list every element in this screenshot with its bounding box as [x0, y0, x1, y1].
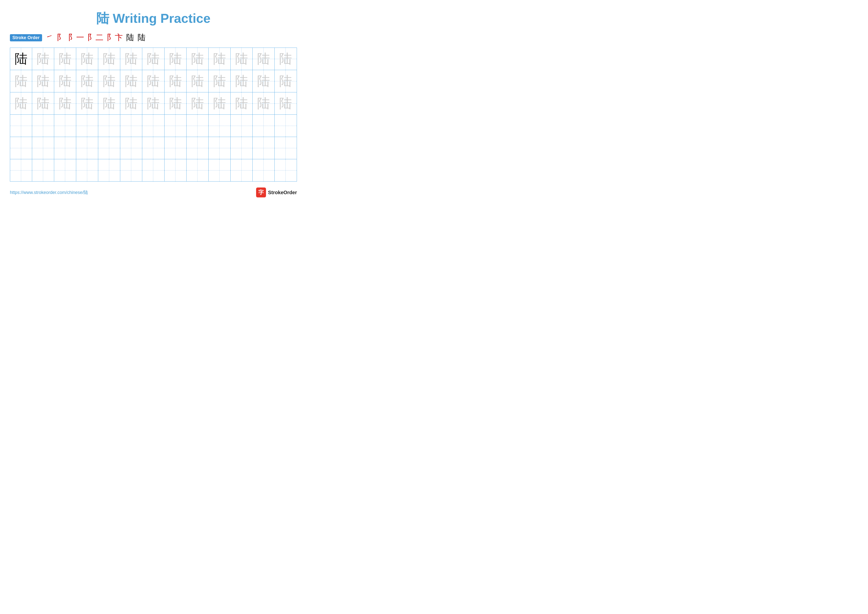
grid-cell-5-12[interactable] — [253, 137, 274, 159]
char-light: 陆 — [191, 97, 204, 110]
char-light: 陆 — [169, 53, 182, 65]
grid-cell-5-11[interactable] — [231, 137, 253, 159]
grid-cell-3-1: 陆 — [10, 92, 32, 114]
grid-cell-5-9[interactable] — [186, 137, 209, 159]
stroke-step-7: 陆 — [138, 32, 146, 43]
grid-cell-2-9: 陆 — [186, 70, 209, 92]
char-light: 陆 — [169, 97, 182, 110]
char-light: 陆 — [279, 97, 292, 110]
grid-cell-5-4[interactable] — [76, 137, 98, 159]
grid-cell-4-7[interactable] — [142, 115, 164, 137]
grid-cell-6-12[interactable] — [253, 159, 274, 181]
stroke-step-1: ㇀ — [45, 32, 53, 43]
grid-cell-5-13[interactable] — [274, 137, 297, 159]
stroke-step-3: 阝一 — [68, 32, 84, 43]
grid-cell-1-13: 陆 — [274, 48, 297, 70]
grid-cell-1-5: 陆 — [98, 48, 120, 70]
grid-cell-3-5: 陆 — [98, 92, 120, 114]
grid-cell-6-5[interactable] — [98, 159, 120, 181]
grid-cell-3-10: 陆 — [209, 92, 231, 114]
grid-cell-1-6: 陆 — [120, 48, 142, 70]
grid-cell-6-4[interactable] — [76, 159, 98, 181]
char-light: 陆 — [125, 75, 138, 88]
grid-cell-3-2: 陆 — [32, 92, 54, 114]
char-light: 陆 — [213, 75, 226, 88]
grid-cell-2-3: 陆 — [54, 70, 76, 92]
grid-cell-6-2[interactable] — [32, 159, 54, 181]
grid-cell-4-11[interactable] — [231, 115, 253, 137]
grid-cell-4-9[interactable] — [186, 115, 209, 137]
grid-cell-1-4: 陆 — [76, 48, 98, 70]
grid-cell-1-7: 陆 — [142, 48, 164, 70]
char-light: 陆 — [213, 53, 226, 65]
grid-cell-4-2[interactable] — [32, 115, 54, 137]
grid-cell-5-10[interactable] — [209, 137, 231, 159]
practice-grid: 陆 陆 陆 陆 陆 陆 陆 陆 陆 陆 陆 陆 陆 陆 陆 陆 陆 陆 陆 陆 … — [10, 48, 297, 182]
grid-cell-5-8[interactable] — [164, 137, 186, 159]
char-light: 陆 — [103, 97, 116, 110]
char-light: 陆 — [257, 97, 270, 110]
footer-url[interactable]: https://www.strokeorder.com/chinese/陆 — [10, 190, 88, 196]
grid-cell-6-13[interactable] — [274, 159, 297, 181]
grid-cell-3-8: 陆 — [164, 92, 186, 114]
grid-cell-2-8: 陆 — [164, 70, 186, 92]
grid-cell-4-1[interactable] — [10, 115, 32, 137]
char-light: 陆 — [103, 53, 116, 65]
grid-row-2: 陆 陆 陆 陆 陆 陆 陆 陆 陆 陆 陆 陆 陆 — [10, 70, 297, 92]
grid-cell-3-4: 陆 — [76, 92, 98, 114]
grid-cell-3-9: 陆 — [186, 92, 209, 114]
grid-cell-1-2: 陆 — [32, 48, 54, 70]
grid-cell-4-4[interactable] — [76, 115, 98, 137]
grid-cell-2-4: 陆 — [76, 70, 98, 92]
grid-cell-1-9: 陆 — [186, 48, 209, 70]
grid-cell-4-13[interactable] — [274, 115, 297, 137]
grid-cell-4-5[interactable] — [98, 115, 120, 137]
stroke-step-5: 阝卞 — [107, 32, 123, 43]
grid-cell-5-7[interactable] — [142, 137, 164, 159]
grid-row-6 — [10, 159, 297, 181]
grid-cell-4-12[interactable] — [253, 115, 274, 137]
char-light: 陆 — [191, 53, 204, 65]
char-light: 陆 — [37, 53, 50, 65]
grid-cell-4-10[interactable] — [209, 115, 231, 137]
grid-cell-2-5: 陆 — [98, 70, 120, 92]
grid-cell-3-7: 陆 — [142, 92, 164, 114]
grid-cell-5-3[interactable] — [54, 137, 76, 159]
grid-cell-1-1: 陆 — [10, 48, 32, 70]
grid-cell-2-11: 陆 — [231, 70, 253, 92]
char-light: 陆 — [235, 53, 248, 65]
grid-cell-5-5[interactable] — [98, 137, 120, 159]
char-light: 陆 — [103, 75, 116, 88]
grid-cell-2-6: 陆 — [120, 70, 142, 92]
grid-cell-5-6[interactable] — [120, 137, 142, 159]
footer-logo-icon: 字 — [256, 188, 266, 197]
grid-cell-5-2[interactable] — [32, 137, 54, 159]
grid-cell-3-3: 陆 — [54, 92, 76, 114]
grid-cell-4-6[interactable] — [120, 115, 142, 137]
grid-row-4 — [10, 115, 297, 137]
char-light: 陆 — [147, 75, 160, 88]
grid-cell-6-3[interactable] — [54, 159, 76, 181]
grid-cell-4-3[interactable] — [54, 115, 76, 137]
grid-cell-2-13: 陆 — [274, 70, 297, 92]
grid-row-1: 陆 陆 陆 陆 陆 陆 陆 陆 陆 陆 陆 陆 陆 — [10, 48, 297, 70]
grid-cell-6-6[interactable] — [120, 159, 142, 181]
char-light: 陆 — [125, 97, 138, 110]
grid-cell-3-12: 陆 — [253, 92, 274, 114]
grid-cell-6-1[interactable] — [10, 159, 32, 181]
stroke-order-row: Stroke Order ㇀ 阝 阝一 阝⼆ 阝卞 陆 陆 — [10, 32, 297, 43]
grid-cell-4-8[interactable] — [164, 115, 186, 137]
grid-cell-2-2: 陆 — [32, 70, 54, 92]
char-light: 陆 — [59, 97, 71, 110]
char-light: 陆 — [147, 53, 160, 65]
grid-cell-6-10[interactable] — [209, 159, 231, 181]
grid-cell-6-11[interactable] — [231, 159, 253, 181]
grid-cell-6-9[interactable] — [186, 159, 209, 181]
grid-cell-6-7[interactable] — [142, 159, 164, 181]
grid-cell-2-12: 陆 — [253, 70, 274, 92]
char-light: 陆 — [147, 97, 160, 110]
grid-cell-6-8[interactable] — [164, 159, 186, 181]
char-light: 陆 — [257, 75, 270, 88]
grid-cell-5-1[interactable] — [10, 137, 32, 159]
char-light: 陆 — [81, 97, 93, 110]
